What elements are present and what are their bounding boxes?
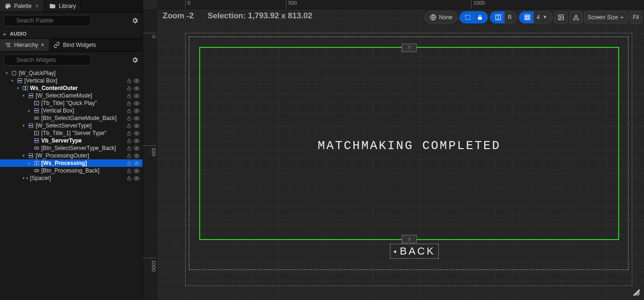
search-palette-input[interactable]: [4, 15, 91, 26]
eye-icon[interactable]: [134, 168, 140, 174]
tab-library[interactable]: Library: [45, 0, 81, 12]
hierarchy-tree[interactable]: ▾[W_QuickPlay]▾[Vertical Box]▾Ws_Content…: [0, 68, 142, 300]
eye-icon[interactable]: [134, 145, 140, 151]
unlock-icon[interactable]: [127, 153, 132, 158]
anchor-bottom[interactable]: ↓: [402, 235, 417, 243]
unlock-icon[interactable]: [127, 78, 132, 83]
close-icon[interactable]: ×: [41, 42, 44, 48]
image-button[interactable]: [554, 11, 568, 23]
audio-section-label: AUDIO: [10, 31, 26, 37]
screen-size-dropdown[interactable]: Screen Size: [584, 11, 628, 23]
unlock-icon[interactable]: [127, 86, 132, 91]
unlock-icon[interactable]: [127, 131, 132, 136]
tree-row[interactable]: [Spacer]: [0, 174, 142, 182]
svg-rect-48: [29, 154, 33, 156]
svg-rect-68: [525, 15, 530, 20]
unlock-icon[interactable]: [127, 116, 132, 121]
svg-rect-52: [34, 161, 37, 165]
eye-icon[interactable]: [134, 78, 140, 84]
svg-rect-24: [35, 109, 38, 111]
unlock-icon[interactable]: [127, 161, 132, 166]
grid-size-button[interactable]: 4: [533, 11, 553, 23]
audio-section-header[interactable]: AUDIO: [0, 29, 142, 38]
unlock-icon[interactable]: [127, 123, 132, 128]
fill-button[interactable]: Fil: [629, 11, 642, 23]
svg-text:T: T: [36, 102, 37, 105]
unlock-icon[interactable]: [127, 138, 132, 143]
svg-rect-9: [18, 81, 22, 83]
lock-toggle[interactable]: [474, 11, 488, 23]
hierarchy-icon: [5, 42, 11, 48]
zoom-level-label: Zoom -2: [163, 11, 194, 21]
tree-row[interactable]: [Btn_SelectGameMode_Back]: [0, 114, 142, 122]
localization-button[interactable]: None: [425, 11, 458, 23]
tree-row[interactable]: ▸[Ws_Processing]: [0, 159, 142, 167]
ruler-tick: 500: [143, 145, 157, 156]
svg-rect-7: [12, 71, 16, 75]
eye-icon[interactable]: [134, 108, 140, 114]
unlock-icon[interactable]: [127, 93, 132, 98]
reset-button[interactable]: R: [504, 11, 517, 23]
svg-rect-16: [29, 94, 33, 96]
unlock-icon[interactable]: [127, 176, 132, 181]
tree-toggle[interactable]: ▸: [26, 108, 32, 113]
eye-icon[interactable]: [134, 93, 140, 99]
tree-row[interactable]: [Btn_Processing_Back]: [0, 167, 142, 174]
palette-tabs: Palette × Library: [0, 0, 142, 12]
tab-bind-widgets[interactable]: Bind Widgets: [49, 39, 101, 51]
back-button-widget[interactable]: ◂ BACK: [390, 244, 439, 259]
tree-row[interactable]: [Btn_SelectServerType_Back]: [0, 144, 142, 152]
search-widgets-input[interactable]: [4, 54, 91, 66]
tab-palette-label: Palette: [14, 3, 31, 9]
selection-size-label: Selection: 1,793.92 x 813.02: [208, 11, 312, 21]
tree-row[interactable]: Vb_ServerType: [0, 137, 142, 144]
svg-rect-42: [127, 141, 130, 143]
switch-icon: [22, 85, 29, 91]
tree-row[interactable]: ▾[W_SelectServerType]: [0, 122, 142, 129]
screen-size-label: Screen Size: [588, 14, 618, 21]
tree-item-label: Vb_ServerType: [41, 137, 141, 144]
unlock-icon[interactable]: [127, 168, 132, 173]
tree-toggle[interactable]: ▾: [21, 93, 26, 98]
tree-row[interactable]: ▸[Vertical Box]: [0, 107, 142, 114]
tree-row[interactable]: T[Tb_Title] "Quick Play": [0, 99, 142, 107]
tree-row[interactable]: ▾[Vertical Box]: [0, 77, 142, 84]
tab-palette[interactable]: Palette ×: [0, 0, 45, 12]
outline-toggle[interactable]: [459, 11, 474, 23]
tree-toggle[interactable]: ▸: [26, 161, 32, 165]
eye-icon[interactable]: [134, 138, 140, 144]
unlock-icon[interactable]: [127, 108, 132, 113]
gear-icon[interactable]: [131, 56, 139, 64]
layout-toggle[interactable]: [490, 11, 505, 23]
selection-rect[interactable]: ↑ ↓ MATCHMAKING COMPLETED: [199, 47, 619, 240]
svg-point-23: [136, 102, 137, 104]
tree-row[interactable]: ▾[W_ProcessingOuter]: [0, 152, 142, 159]
anchor-top[interactable]: ↑: [402, 44, 417, 52]
tree-toggle[interactable]: ▾: [21, 123, 26, 128]
tree-row[interactable]: ▾[W_QuickPlay]: [0, 69, 142, 77]
unlock-icon[interactable]: [127, 101, 132, 106]
eye-icon[interactable]: [134, 100, 140, 106]
tree-toggle[interactable]: ▾: [4, 71, 9, 75]
eye-icon[interactable]: [134, 85, 140, 91]
tree-row[interactable]: T[Tb_Title_1] "Server Type": [0, 129, 142, 137]
design-viewport[interactable]: Zoom -2 Selection: 1,793.92 x 813.02 Non…: [157, 9, 644, 300]
tree-row[interactable]: ▾[W_SelectGameMode]: [0, 92, 142, 99]
tree-row[interactable]: ▾Ws_ContentOuter: [0, 84, 142, 92]
close-icon[interactable]: ×: [34, 3, 39, 9]
tree-toggle[interactable]: ▾: [15, 86, 21, 90]
warning-button[interactable]: [569, 11, 583, 23]
unlock-icon[interactable]: [127, 146, 132, 151]
eye-icon[interactable]: [134, 123, 140, 129]
eye-icon[interactable]: [134, 175, 140, 181]
tree-toggle[interactable]: ▾: [9, 78, 15, 83]
tree-item-label: [Tb_Title] "Quick Play": [41, 100, 141, 106]
tab-hierarchy[interactable]: Hierarchy ×: [0, 39, 49, 51]
grid-toggle[interactable]: [519, 11, 534, 23]
gear-icon[interactable]: [131, 17, 139, 24]
tree-toggle[interactable]: ▾: [21, 153, 26, 158]
eye-icon[interactable]: [134, 130, 140, 136]
eye-icon[interactable]: [134, 153, 140, 159]
eye-icon[interactable]: [134, 115, 140, 121]
eye-icon[interactable]: [134, 160, 140, 166]
